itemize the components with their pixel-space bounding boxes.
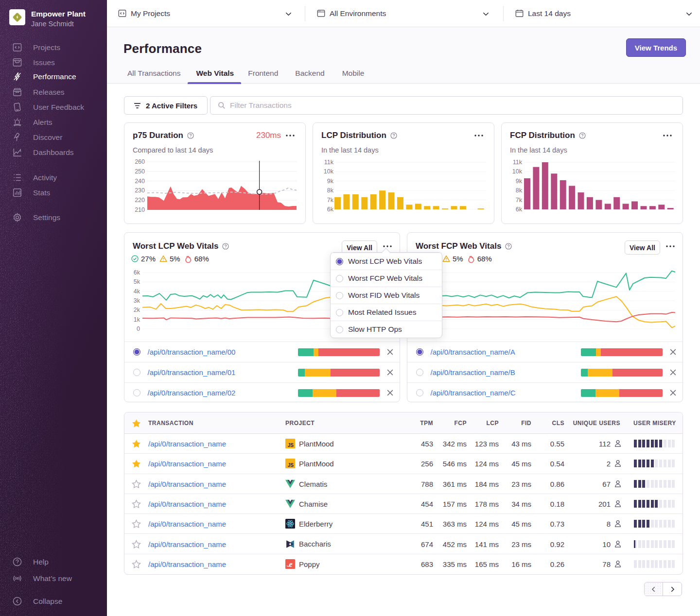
svg-text:e: e: [289, 560, 292, 568]
svg-text:6k: 6k: [327, 206, 334, 213]
svg-text:10k: 10k: [324, 168, 334, 175]
svg-text:10k: 10k: [512, 168, 523, 175]
svg-text:1k: 1k: [134, 316, 140, 323]
svg-text:8k: 8k: [516, 187, 523, 194]
svg-text:9k: 9k: [516, 178, 523, 185]
svg-text:7k: 7k: [327, 197, 334, 204]
svg-text:260: 260: [135, 158, 145, 165]
svg-text:11k: 11k: [324, 159, 334, 166]
svg-text:210: 210: [135, 206, 145, 213]
svg-text:6k: 6k: [134, 269, 140, 276]
svg-text:6k: 6k: [516, 206, 523, 213]
svg-text:9k: 9k: [327, 178, 334, 185]
svg-text:0: 0: [137, 325, 140, 332]
svg-text:JS: JS: [288, 462, 294, 468]
svg-text:JS: JS: [288, 443, 294, 448]
svg-text:2k: 2k: [134, 307, 140, 313]
svg-text:250: 250: [135, 168, 145, 175]
svg-text:220: 220: [135, 197, 145, 204]
svg-text:240: 240: [135, 178, 145, 185]
svg-text:5k: 5k: [134, 278, 140, 285]
svg-text:3k: 3k: [134, 297, 140, 304]
svg-text:8k: 8k: [327, 187, 334, 194]
svg-text:230: 230: [135, 187, 145, 194]
svg-text:4k: 4k: [134, 288, 140, 295]
svg-text:7k: 7k: [516, 197, 523, 204]
svg-text:11k: 11k: [513, 159, 523, 166]
